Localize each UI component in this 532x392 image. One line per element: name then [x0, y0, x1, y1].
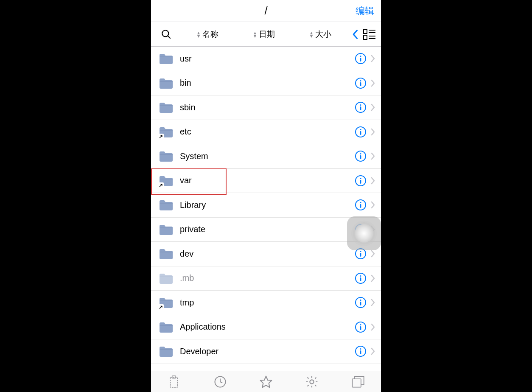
- file-row[interactable]: dev: [151, 242, 381, 266]
- info-button[interactable]: [355, 150, 367, 162]
- file-name-label: sbin: [180, 103, 355, 112]
- sort-name-label: 名称: [202, 29, 218, 40]
- clock-icon: [214, 375, 227, 388]
- info-button[interactable]: [355, 272, 367, 284]
- sort-arrows-icon: ▴▾: [197, 31, 200, 38]
- folder-icon: [159, 321, 173, 333]
- chevron-right-icon: [371, 128, 375, 136]
- tab-recent[interactable]: [213, 374, 228, 389]
- sort-size-label: 大小: [315, 29, 331, 40]
- back-button[interactable]: [352, 29, 359, 39]
- symlink-badge-icon: ↗: [158, 134, 164, 140]
- list-view-icon: [363, 29, 376, 40]
- search-button[interactable]: [156, 29, 176, 40]
- file-name-label: dev: [180, 249, 355, 259]
- svg-rect-19: [360, 131, 361, 135]
- file-name-label: var: [180, 176, 355, 185]
- svg-point-51: [310, 380, 314, 384]
- svg-rect-47: [171, 377, 178, 387]
- info-button[interactable]: [355, 175, 367, 187]
- chevron-right-icon: [371, 55, 375, 62]
- svg-point-0: [162, 30, 168, 36]
- chevron-right-icon: [371, 347, 375, 355]
- sort-arrows-icon: ▴▾: [310, 31, 313, 38]
- svg-rect-28: [360, 204, 361, 208]
- star-icon: [259, 375, 273, 389]
- file-row[interactable]: ↗tmp: [151, 291, 381, 315]
- file-name-label: bin: [180, 78, 355, 88]
- info-button[interactable]: [355, 77, 367, 89]
- file-row[interactable]: System: [151, 144, 381, 169]
- svg-rect-52: [352, 379, 361, 387]
- sort-by-name[interactable]: ▴▾ 名称: [197, 29, 218, 40]
- svg-point-12: [360, 80, 361, 81]
- file-name-label: Developer: [180, 347, 355, 356]
- svg-line-1: [168, 36, 171, 39]
- file-row[interactable]: ↗etc: [151, 120, 381, 145]
- view-group: [352, 29, 376, 40]
- folder-icon: ↗: [159, 126, 173, 138]
- file-name-label: System: [180, 151, 355, 161]
- svg-point-33: [360, 251, 361, 252]
- info-button[interactable]: [355, 53, 367, 64]
- folder-icon: [159, 101, 173, 113]
- folder-icon: ↗: [159, 175, 173, 187]
- svg-rect-40: [360, 302, 361, 305]
- clipboard-icon: [168, 375, 179, 388]
- file-row[interactable]: private: [151, 218, 381, 242]
- tab-clipboard[interactable]: [166, 374, 182, 389]
- svg-rect-16: [360, 106, 361, 110]
- assistive-touch-icon: [355, 224, 373, 243]
- app-window: / 编辑 ▴▾ 名称 ▴▾ 日期 ▴▾ 大小: [151, 0, 381, 392]
- info-button[interactable]: [355, 297, 367, 308]
- info-button[interactable]: [355, 199, 367, 211]
- file-name-label: Library: [180, 200, 355, 210]
- svg-point-27: [360, 202, 361, 203]
- info-button[interactable]: [355, 345, 367, 357]
- sort-group: ▴▾ 名称 ▴▾ 日期 ▴▾ 大小: [180, 29, 349, 40]
- view-mode-button[interactable]: [363, 29, 376, 40]
- chevron-right-icon: [371, 274, 375, 282]
- sort-by-size[interactable]: ▴▾ 大小: [310, 29, 331, 40]
- svg-rect-25: [360, 180, 361, 184]
- tab-bar: [151, 371, 381, 392]
- file-row[interactable]: sbin: [151, 95, 381, 120]
- file-name-label: tmp: [180, 298, 355, 308]
- svg-rect-10: [360, 58, 361, 62]
- chevron-right-icon: [371, 104, 375, 111]
- info-button[interactable]: [355, 126, 367, 138]
- gear-icon: [305, 375, 319, 389]
- chevron-right-icon: [371, 323, 375, 331]
- sort-by-date[interactable]: ▴▾ 日期: [254, 29, 275, 40]
- tab-favorites[interactable]: [258, 374, 274, 389]
- svg-rect-34: [360, 253, 361, 257]
- info-button[interactable]: [355, 101, 367, 113]
- svg-point-39: [360, 300, 361, 301]
- svg-point-42: [360, 324, 361, 325]
- folder-icon: [159, 53, 173, 64]
- folder-icon: [159, 248, 173, 260]
- chevron-right-icon: [371, 201, 375, 209]
- info-button[interactable]: [355, 321, 367, 333]
- folder-icon: [159, 224, 173, 235]
- symlink-badge-icon: ↗: [158, 304, 164, 310]
- assistive-touch-button[interactable]: [347, 216, 381, 250]
- svg-marker-50: [260, 376, 272, 387]
- nav-bar: / 编辑: [151, 0, 381, 22]
- chevron-right-icon: [371, 152, 375, 160]
- folder-icon: [159, 272, 173, 284]
- file-row[interactable]: bin: [151, 71, 381, 96]
- file-row[interactable]: .mb: [151, 266, 381, 291]
- file-row[interactable]: Developer: [151, 339, 381, 364]
- file-row[interactable]: Library: [151, 193, 381, 218]
- tab-settings[interactable]: [304, 374, 319, 389]
- file-row[interactable]: Applications: [151, 315, 381, 340]
- file-list[interactable]: usrbinsbin↗etcSystem↗varLibraryprivatede…: [151, 47, 381, 371]
- edit-button[interactable]: 编辑: [356, 5, 374, 17]
- file-row[interactable]: ↗var: [151, 169, 381, 193]
- folder-icon: [159, 77, 173, 89]
- file-row[interactable]: usr: [151, 47, 381, 71]
- file-name-label: private: [180, 224, 355, 234]
- tab-windows[interactable]: [350, 374, 366, 389]
- file-name-label: etc: [180, 127, 355, 137]
